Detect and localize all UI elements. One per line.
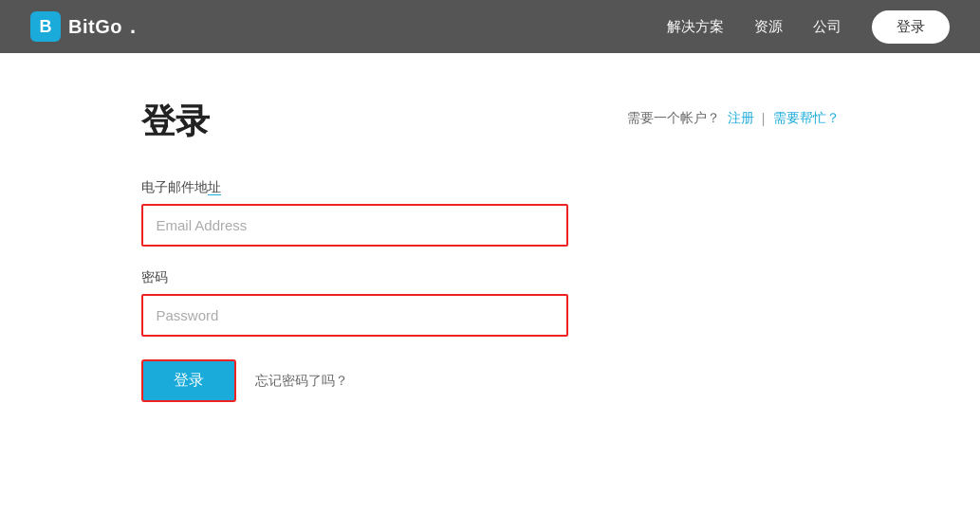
logo-text: BitGo xyxy=(68,16,122,38)
header-links: 需要一个帐户？ 注册 | 需要帮忙？ xyxy=(627,110,840,127)
password-field-group: 密码 xyxy=(141,269,568,337)
logo: B BitGo. xyxy=(30,11,136,42)
email-field-group: 电子邮件地址 xyxy=(141,179,568,247)
main-content: 登录 需要一个帐户？ 注册 | 需要帮忙？ 电子邮件地址 密码 登录 忘记密码了… xyxy=(111,53,870,448)
divider: | xyxy=(762,111,766,126)
page-header: 登录 需要一个帐户？ 注册 | 需要帮忙？ xyxy=(141,99,840,145)
email-input[interactable] xyxy=(141,204,568,247)
logo-dot: . xyxy=(130,14,136,39)
svg-text:B: B xyxy=(40,17,52,36)
help-link[interactable]: 需要帮忙？ xyxy=(773,110,840,127)
forgot-password-link[interactable]: 忘记密码了吗？ xyxy=(255,373,348,390)
login-form: 电子邮件地址 密码 登录 忘记密码了吗？ xyxy=(141,179,840,402)
page-title: 登录 xyxy=(141,99,210,145)
password-input[interactable] xyxy=(141,294,568,337)
register-link[interactable]: 注册 xyxy=(728,110,754,127)
nav-solutions[interactable]: 解决方案 xyxy=(667,18,724,36)
email-label-prefix: 电子邮件地 xyxy=(141,179,208,194)
submit-button[interactable]: 登录 xyxy=(141,359,236,402)
navbar: B BitGo. 解决方案 资源 公司 登录 xyxy=(0,0,980,53)
email-label: 电子邮件地址 xyxy=(141,179,568,196)
email-label-suffix: 址 xyxy=(208,179,221,195)
nav-login-button[interactable]: 登录 xyxy=(872,10,950,44)
nav-links: 解决方案 资源 公司 登录 xyxy=(667,10,950,44)
bitgo-logo-icon: B xyxy=(30,11,61,42)
nav-resources[interactable]: 资源 xyxy=(754,18,783,36)
need-account-text: 需要一个帐户？ xyxy=(627,110,720,127)
nav-company[interactable]: 公司 xyxy=(813,18,841,36)
password-label: 密码 xyxy=(141,269,568,286)
button-row: 登录 忘记密码了吗？ xyxy=(141,359,840,402)
